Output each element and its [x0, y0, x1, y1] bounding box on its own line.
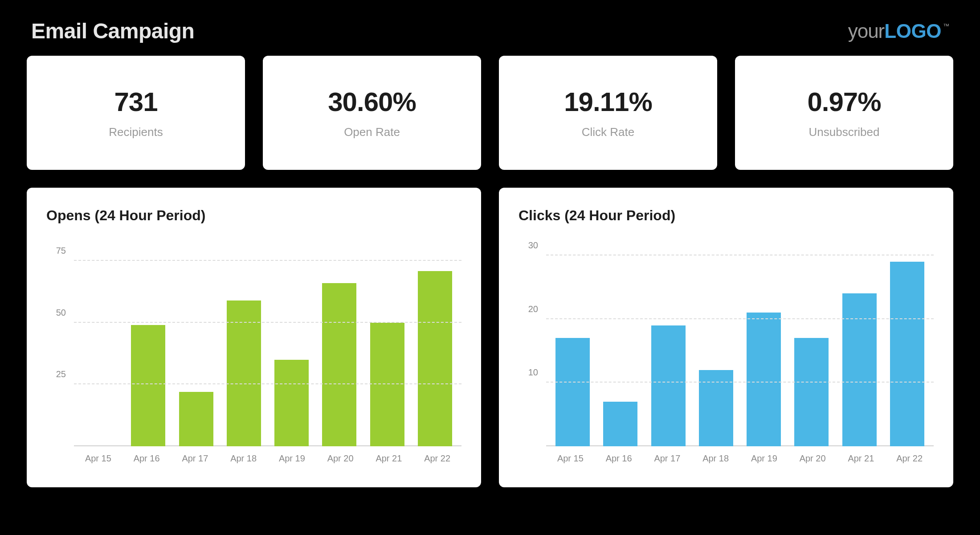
bar	[747, 313, 781, 446]
x-tick-label: Apr 16	[595, 446, 643, 471]
bar	[890, 262, 924, 446]
bar-slot	[172, 236, 220, 446]
dashboard-page: Email Campaign your LOGO ™ 731 Recipient…	[0, 0, 980, 535]
bar	[131, 325, 165, 446]
chart-plot: 255075 Apr 15Apr 16Apr 17Apr 18Apr 19Apr…	[46, 236, 461, 471]
kpi-recipients: 731 Recipients	[27, 56, 245, 170]
x-axis: Apr 15Apr 16Apr 17Apr 18Apr 19Apr 20Apr …	[74, 446, 461, 471]
kpi-click-rate: 19.11% Click Rate	[499, 56, 717, 170]
y-tick-label: 50	[56, 307, 66, 317]
logo-prefix: your	[848, 20, 885, 42]
bars-container	[546, 236, 934, 446]
chart-plot: 102030 Apr 15Apr 16Apr 17Apr 18Apr 19Apr…	[519, 236, 934, 471]
bar-slot	[124, 236, 172, 446]
bar	[322, 283, 356, 446]
bar	[418, 271, 452, 446]
gridline	[546, 382, 934, 383]
gridline	[546, 255, 934, 255]
kpi-label: Unsubscribed	[809, 125, 880, 139]
chart-row: Opens (24 Hour Period) 255075 Apr 15Apr …	[27, 188, 953, 487]
chart-title: Clicks (24 Hour Period)	[519, 207, 934, 224]
x-tick-label: Apr 18	[691, 446, 740, 471]
gridline	[74, 383, 461, 384]
plot-area	[546, 236, 934, 446]
bar	[651, 325, 686, 446]
bar	[842, 293, 877, 446]
kpi-value: 30.60%	[328, 86, 416, 117]
bars-container	[74, 236, 461, 446]
bar-slot	[788, 236, 835, 446]
x-tick-label: Apr 17	[171, 446, 220, 471]
x-tick-label: Apr 21	[837, 446, 886, 471]
bar	[794, 338, 829, 446]
kpi-label: Open Rate	[344, 125, 400, 139]
plot-area	[74, 236, 461, 446]
kpi-label: Recipients	[109, 125, 163, 139]
bar-slot	[77, 236, 124, 446]
gridline	[74, 322, 461, 323]
bar-slot	[220, 236, 268, 446]
x-tick-label: Apr 22	[413, 446, 461, 471]
x-tick-label: Apr 19	[740, 446, 788, 471]
bar-slot	[645, 236, 692, 446]
y-tick-label: 75	[56, 246, 66, 256]
kpi-value: 0.97%	[807, 86, 881, 117]
bar	[603, 402, 637, 446]
kpi-unsubscribed: 0.97% Unsubscribed	[735, 56, 953, 170]
y-axis: 255075	[46, 236, 71, 446]
header: Email Campaign your LOGO ™	[27, 14, 953, 56]
bar-slot	[836, 236, 883, 446]
x-tick-label: Apr 18	[219, 446, 268, 471]
bar	[179, 392, 213, 446]
kpi-value: 731	[114, 86, 157, 117]
bar-slot	[883, 236, 931, 446]
logo-word: LOGO	[884, 20, 941, 42]
y-tick-label: 20	[528, 304, 538, 314]
bar-slot	[740, 236, 788, 446]
bar-slot	[596, 236, 644, 446]
logo-trademark: ™	[943, 22, 949, 29]
y-axis: 102030	[519, 236, 543, 446]
y-tick-label: 30	[528, 240, 538, 250]
page-title: Email Campaign	[31, 19, 194, 43]
x-tick-label: Apr 19	[268, 446, 316, 471]
chart-opens: Opens (24 Hour Period) 255075 Apr 15Apr …	[27, 188, 481, 487]
bar-slot	[692, 236, 740, 446]
chart-title: Opens (24 Hour Period)	[46, 207, 461, 224]
kpi-value: 19.11%	[564, 86, 652, 117]
bar-slot	[363, 236, 411, 446]
gridline	[74, 260, 461, 261]
x-tick-label: Apr 15	[546, 446, 595, 471]
x-tick-label: Apr 15	[74, 446, 122, 471]
bar	[274, 360, 309, 446]
x-axis: Apr 15Apr 16Apr 17Apr 18Apr 19Apr 20Apr …	[546, 446, 934, 471]
x-tick-label: Apr 17	[643, 446, 692, 471]
x-tick-label: Apr 20	[316, 446, 365, 471]
chart-clicks: Clicks (24 Hour Period) 102030 Apr 15Apr…	[499, 188, 953, 487]
bar	[555, 338, 590, 446]
x-tick-label: Apr 16	[122, 446, 171, 471]
y-tick-label: 25	[56, 369, 66, 379]
bar-slot	[268, 236, 315, 446]
x-tick-label: Apr 21	[365, 446, 413, 471]
bar-slot	[315, 236, 363, 446]
bar-slot	[549, 236, 596, 446]
kpi-row: 731 Recipients 30.60% Open Rate 19.11% C…	[27, 56, 953, 170]
x-tick-label: Apr 20	[788, 446, 837, 471]
bar-slot	[411, 236, 459, 446]
gridline	[546, 318, 934, 319]
brand-logo: your LOGO ™	[848, 20, 949, 42]
kpi-label: Click Rate	[582, 125, 634, 139]
x-tick-label: Apr 22	[885, 446, 934, 471]
y-tick-label: 10	[528, 367, 538, 378]
kpi-open-rate: 30.60% Open Rate	[263, 56, 481, 170]
